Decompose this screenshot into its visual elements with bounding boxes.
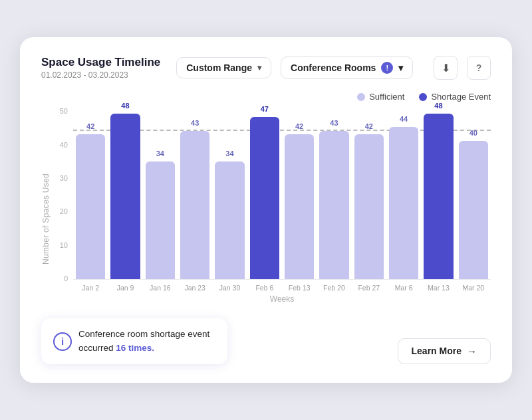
y-label-10: 10 (60, 241, 68, 249)
legend-sufficient: Sufficient (357, 92, 404, 102)
custom-range-label: Custom Range (186, 62, 252, 73)
y-axis-title: Number of Spaces Used (41, 120, 51, 293)
chart-area: Number of Spaces Used 50 40 30 20 10 0 4… (41, 107, 491, 306)
bar: 42 (354, 134, 384, 279)
y-label-40: 40 (60, 141, 68, 149)
x-axis-label: Jan 23 (180, 284, 209, 292)
bar-col: 43 (180, 107, 209, 279)
bar: 42 (285, 134, 314, 279)
main-card: Space Usage Timeline 01.02.2023 - 03.20.… (20, 37, 512, 383)
chevron-down-icon: ▾ (257, 63, 261, 72)
bar: 43 (319, 131, 348, 280)
bar-col: 48 (110, 107, 140, 279)
y-axis: 50 40 30 20 10 0 (52, 107, 73, 306)
bar-value-label: 34 (215, 150, 244, 158)
bar-value-label: 42 (285, 122, 314, 130)
bar: 48 (110, 114, 140, 280)
y-label-50: 50 (60, 107, 68, 115)
bar-value-label: 43 (180, 119, 209, 127)
bar: 34 (215, 161, 244, 279)
y-label-20: 20 (60, 207, 68, 215)
info-icon: i (53, 332, 72, 351)
x-axis-label: Feb 20 (319, 284, 348, 292)
bar-col: 42 (76, 107, 105, 279)
download-icon: ⬇ (442, 62, 450, 74)
x-axis-label: Mar 6 (389, 284, 418, 292)
conference-rooms-label: Conference Rooms (291, 62, 376, 73)
x-axis-label: Feb 27 (354, 284, 384, 292)
bar-value-label: 42 (354, 122, 384, 130)
bar-value-label: 44 (389, 115, 418, 123)
x-axis-label: Jan 30 (215, 284, 244, 292)
help-icon: ? (476, 62, 482, 73)
bar-col: 40 (459, 107, 488, 279)
y-label-30: 30 (60, 174, 68, 182)
bar-col: 48 (424, 107, 453, 279)
bar-value-label: 48 (424, 102, 453, 110)
bar-col: 34 (215, 107, 244, 279)
legend-row: Sufficient Shortage Event (41, 92, 491, 102)
conference-rooms-dropdown[interactable]: Conference Rooms ! ▾ (281, 56, 413, 79)
x-axis-label: Feb 13 (285, 284, 314, 292)
title-block: Space Usage Timeline 01.02.2023 - 03.20.… (41, 56, 160, 80)
x-axis-title: Weeks (73, 294, 491, 304)
bar-col: 47 (250, 107, 279, 279)
bottom-row: i Conference room shortage event occurre… (41, 318, 491, 364)
bar-col: 43 (319, 107, 348, 279)
shortage-label: Shortage Event (431, 92, 491, 102)
bar-col: 42 (354, 107, 384, 279)
info-box: i Conference room shortage event occurre… (41, 318, 227, 364)
shortage-dot (419, 93, 427, 101)
bar: 42 (76, 134, 105, 279)
bar-value-label: 40 (459, 129, 488, 137)
bar: 40 (459, 141, 488, 279)
x-axis-label: Mar 20 (459, 284, 488, 292)
y-label-0: 0 (64, 274, 68, 282)
bars-container: 424834433447424342444840 (73, 107, 491, 280)
sufficient-label: Sufficient (369, 92, 404, 102)
arrow-right-icon: → (467, 346, 477, 357)
download-button[interactable]: ⬇ (434, 56, 458, 80)
x-axis-label: Mar 13 (424, 284, 453, 292)
bar-col: 42 (285, 107, 314, 279)
chart-inner: 424834433447424342444840 Jan 2Jan 9Jan 1… (73, 107, 491, 306)
x-axis-label: Jan 2 (76, 284, 105, 292)
bar-value-label: 34 (146, 150, 175, 158)
info-highlight: 16 times. (116, 343, 154, 353)
bar-value-label: 47 (250, 105, 279, 113)
x-axis-label: Jan 16 (146, 284, 175, 292)
page-title: Space Usage Timeline (41, 56, 160, 69)
bar-col: 34 (146, 107, 175, 279)
bar-value-label: 43 (319, 119, 348, 127)
help-button[interactable]: ? (467, 56, 491, 80)
warning-icon: ! (381, 62, 393, 74)
x-axis-label: Jan 9 (110, 284, 140, 292)
sufficient-dot (357, 93, 365, 101)
x-axis-label: Feb 6 (250, 284, 279, 292)
bar: 48 (424, 114, 453, 280)
custom-range-dropdown[interactable]: Custom Range ▾ (176, 57, 271, 78)
header-row: Space Usage Timeline 01.02.2023 - 03.20.… (41, 56, 491, 80)
bar-col: 44 (389, 107, 418, 279)
bar-value-label: 48 (110, 102, 140, 110)
bar-value-label: 42 (76, 122, 105, 130)
bar: 47 (250, 117, 279, 279)
bar: 44 (389, 127, 418, 279)
learn-more-button[interactable]: Learn More → (398, 338, 491, 364)
date-range: 01.02.2023 - 03.20.2023 (41, 70, 160, 80)
legend-shortage: Shortage Event (419, 92, 491, 102)
bar: 43 (180, 131, 209, 280)
bar: 34 (146, 161, 175, 279)
x-labels: Jan 2Jan 9Jan 16Jan 23Jan 30Feb 6Feb 13F… (73, 284, 491, 292)
learn-more-label: Learn More (412, 346, 462, 356)
chevron-down-icon-2: ▾ (398, 62, 403, 73)
info-text: Conference room shortage event occurred … (78, 328, 215, 355)
